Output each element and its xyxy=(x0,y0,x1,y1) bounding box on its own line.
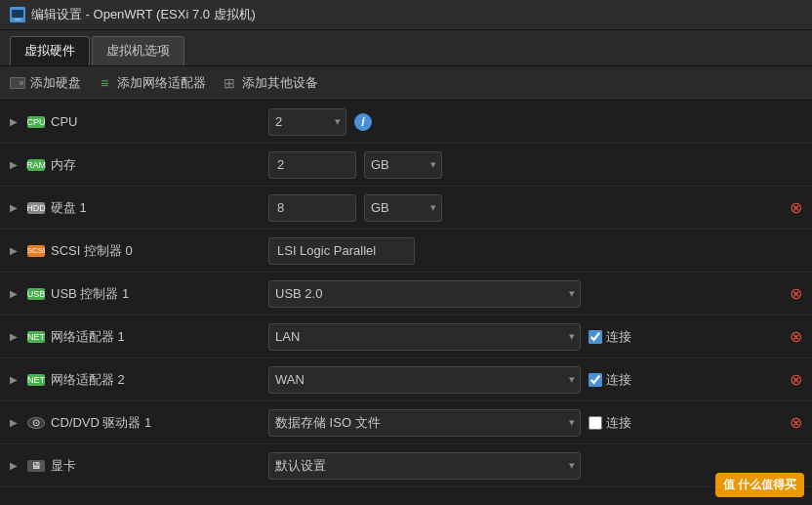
title-bar-icon xyxy=(10,7,25,22)
network-add-icon: ≡ xyxy=(97,75,112,91)
net1-network-select[interactable]: LAN WAN VM Network xyxy=(268,323,581,351)
net1-controls: LAN WAN VM Network 连接 xyxy=(259,323,789,351)
disk1-label: ▶ HDD 硬盘 1 xyxy=(0,199,259,217)
add-disk-label: 添加硬盘 xyxy=(30,74,81,92)
expand-arrow-memory[interactable]: ▶ xyxy=(10,159,21,170)
usb1-remove[interactable]: ⊗ xyxy=(789,284,812,303)
memory-row: ▶ RAM 内存 GB MB xyxy=(0,144,812,187)
net1-icon: NET xyxy=(27,331,45,343)
cdrom1-connect-checkbox[interactable] xyxy=(589,416,602,430)
cdrom1-row: ▶ ⊙ CD/DVD 驱动器 1 数据存储 ISO 文件 主机设备 客户端设备 … xyxy=(0,401,812,444)
cpu-count-select[interactable]: 2 1 4 8 xyxy=(268,108,346,136)
net2-network-select[interactable]: LAN WAN VM Network xyxy=(268,366,581,394)
cpu-label: ▶ CPU CPU xyxy=(0,114,259,129)
cdrom1-type-select[interactable]: 数据存储 ISO 文件 主机设备 客户端设备 xyxy=(268,409,581,437)
add-disk-button[interactable]: 添加硬盘 xyxy=(10,74,81,92)
expand-arrow-disk1[interactable]: ▶ xyxy=(10,202,21,213)
disk1-unit-select[interactable]: GB MB xyxy=(364,194,442,222)
expand-arrow-cdrom1[interactable]: ▶ xyxy=(10,417,21,428)
other-device-icon: ⊞ xyxy=(222,75,237,91)
title-bar-text: 编辑设置 - OpenWRT (ESXi 7.0 虚拟机) xyxy=(31,6,256,23)
hard-disk-icon xyxy=(10,75,25,91)
net2-label: ▶ NET 网络适配器 2 xyxy=(0,371,259,389)
cdrom1-connect-wrap: 连接 xyxy=(589,414,631,432)
expand-arrow-cpu[interactable]: ▶ xyxy=(10,116,21,127)
cdrom1-remove[interactable]: ⊗ xyxy=(789,413,812,432)
disk1-remove[interactable]: ⊗ xyxy=(789,198,812,217)
cdrom1-connect-label: 连接 xyxy=(606,414,631,432)
tab-bar: 虚拟硬件 虚拟机选项 xyxy=(0,30,812,66)
usb1-type-select[interactable]: USB 2.0 USB 3.0 USB 3.1 xyxy=(268,280,581,308)
usb1-label: ▶ USB USB 控制器 1 xyxy=(0,285,259,303)
title-bar: 编辑设置 - OpenWRT (ESXi 7.0 虚拟机) xyxy=(0,0,812,30)
disk1-controls: GB MB xyxy=(259,194,789,222)
watermark: 值 什么值得买 xyxy=(715,473,804,497)
cpu-controls: 2 1 4 8 i xyxy=(259,108,812,136)
net2-connect-label: 连接 xyxy=(606,371,631,389)
net2-row: ▶ NET 网络适配器 2 LAN WAN VM Network 连接 ⊗ xyxy=(0,358,812,401)
add-other-button[interactable]: ⊞ 添加其他设备 xyxy=(222,74,318,92)
disk1-value-input[interactable] xyxy=(268,194,356,222)
expand-arrow-scsi0[interactable]: ▶ xyxy=(10,245,21,256)
net1-connect-checkbox[interactable] xyxy=(589,330,602,344)
tab-vm-options[interactable]: 虚拟机选项 xyxy=(92,36,184,65)
net1-label: ▶ NET 网络适配器 1 xyxy=(0,328,259,346)
cpu-row: ▶ CPU CPU 2 1 4 8 i xyxy=(0,101,812,144)
add-network-button[interactable]: ≡ 添加网络适配器 xyxy=(97,74,206,92)
scsi0-icon: SCSI xyxy=(27,245,45,257)
display-row: ▶ 🖥 显卡 默认设置 自动检测 自定义 xyxy=(0,444,812,487)
memory-value-input[interactable] xyxy=(268,151,356,179)
display-type-select[interactable]: 默认设置 自动检测 自定义 xyxy=(268,452,581,480)
expand-arrow-net1[interactable]: ▶ xyxy=(10,331,21,342)
net1-connect-wrap: 连接 xyxy=(589,328,631,346)
usb1-icon: USB xyxy=(27,288,45,300)
scsi0-controls: LSI Logic Parallel xyxy=(259,237,812,265)
svg-rect-2 xyxy=(15,19,20,21)
net2-icon: NET xyxy=(27,374,45,386)
svg-point-6 xyxy=(20,82,22,84)
memory-icon: RAM xyxy=(27,159,45,171)
svg-rect-1 xyxy=(12,10,23,18)
cdrom1-icon: ⊙ xyxy=(27,417,45,429)
cpu-icon: CPU xyxy=(27,116,45,128)
expand-arrow-net2[interactable]: ▶ xyxy=(10,374,21,385)
tab-virtual-hardware[interactable]: 虚拟硬件 xyxy=(10,36,90,65)
cdrom1-controls: 数据存储 ISO 文件 主机设备 客户端设备 连接 xyxy=(259,409,789,437)
expand-arrow-display[interactable]: ▶ xyxy=(10,460,21,471)
expand-arrow-usb1[interactable]: ▶ xyxy=(10,288,21,299)
toolbar: 添加硬盘 ≡ 添加网络适配器 ⊞ 添加其他设备 xyxy=(0,66,812,101)
cpu-info-icon[interactable]: i xyxy=(354,113,372,131)
memory-unit-select[interactable]: GB MB xyxy=(364,151,442,179)
net2-controls: LAN WAN VM Network 连接 xyxy=(259,366,789,394)
scsi0-row: ▶ SCSI SCSI 控制器 0 LSI Logic Parallel xyxy=(0,230,812,273)
net2-remove[interactable]: ⊗ xyxy=(789,370,812,389)
add-other-label: 添加其他设备 xyxy=(242,74,318,92)
scsi0-label: ▶ SCSI SCSI 控制器 0 xyxy=(0,242,259,260)
disk1-icon: HDD xyxy=(27,202,45,214)
memory-controls: GB MB xyxy=(259,151,812,179)
net2-connect-wrap: 连接 xyxy=(589,371,631,389)
cdrom1-label: ▶ ⊙ CD/DVD 驱动器 1 xyxy=(0,414,259,432)
net1-connect-label: 连接 xyxy=(606,328,631,346)
hardware-list: ▶ CPU CPU 2 1 4 8 i ▶ RAM 内存 xyxy=(0,101,812,498)
memory-label: ▶ RAM 内存 xyxy=(0,156,259,174)
usb1-controls: USB 2.0 USB 3.0 USB 3.1 xyxy=(259,280,789,308)
add-network-label: 添加网络适配器 xyxy=(117,74,206,92)
net1-row: ▶ NET 网络适配器 1 LAN WAN VM Network 连接 ⊗ xyxy=(0,316,812,358)
usb1-row: ▶ USB USB 控制器 1 USB 2.0 USB 3.0 USB 3.1 … xyxy=(0,273,812,316)
disk1-row: ▶ HDD 硬盘 1 GB MB ⊗ xyxy=(0,187,812,230)
net1-remove[interactable]: ⊗ xyxy=(789,327,812,346)
display-label: ▶ 🖥 显卡 xyxy=(0,457,259,475)
scsi0-value: LSI Logic Parallel xyxy=(268,237,415,265)
display-icon: 🖥 xyxy=(27,460,45,472)
net2-connect-checkbox[interactable] xyxy=(589,373,602,387)
